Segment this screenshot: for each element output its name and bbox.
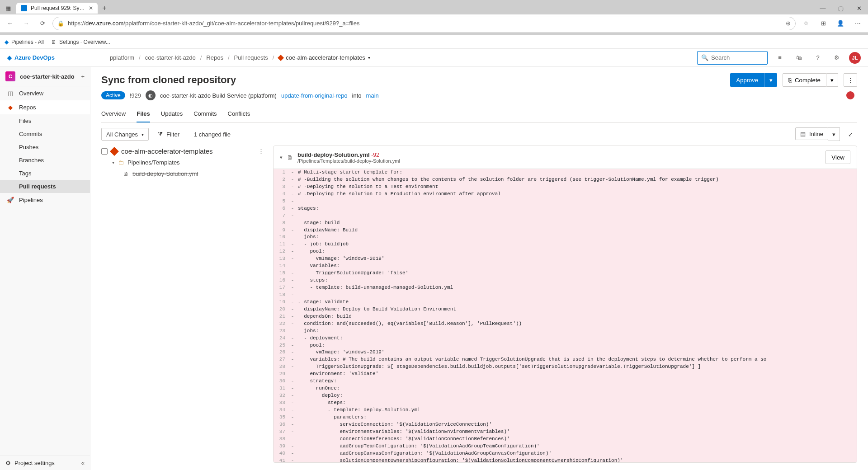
bookmarks-bar <box>0 30 868 30</box>
address-bar[interactable]: 🔒 https://dev.azure.com/pplatform/coe-st… <box>52 17 796 30</box>
doc-icon: 🗎 <box>51 39 57 45</box>
back-button[interactable]: ← <box>4 17 16 30</box>
maximize-button[interactable]: ▢ <box>832 2 850 14</box>
favicon-icon <box>21 5 27 11</box>
close-tab-icon[interactable]: ✕ <box>89 5 93 11</box>
tab-title: Pull request 929: Sync from clon... <box>31 5 85 11</box>
bookmark-settings[interactable]: 🗎 Settings · Overview... <box>51 39 110 45</box>
browser-app-icon: ▦ <box>3 3 14 14</box>
bookmark-pipelines[interactable]: ◆ Pipelines - All <box>5 39 44 45</box>
minimize-button[interactable]: — <box>814 2 832 14</box>
close-window-button[interactable]: ✕ <box>850 2 868 14</box>
forward-button[interactable]: → <box>20 17 33 30</box>
menu-icon[interactable]: ⋯ <box>851 17 864 30</box>
browser-chrome: ▦ Pull request 929: Sync from clon... ✕ … <box>0 0 868 35</box>
profile-icon[interactable]: 👤 <box>834 17 847 30</box>
new-tab-button[interactable]: + <box>99 2 110 14</box>
pipelines-icon: ◆ <box>5 39 9 45</box>
window-controls: — ▢ ✕ <box>814 2 868 14</box>
read-aloud-icon[interactable]: ⊕ <box>786 20 791 27</box>
collections-icon[interactable]: ⊞ <box>816 17 830 30</box>
lock-icon: 🔒 <box>57 20 64 27</box>
bookmarks-bar: ◆ Pipelines - All 🗎 Settings · Overview.… <box>0 35 868 49</box>
favorites-icon[interactable]: ☆ <box>799 17 813 30</box>
refresh-button[interactable]: ⟳ <box>36 17 49 30</box>
browser-tab[interactable]: Pull request 929: Sync from clon... ✕ <box>16 3 98 14</box>
url-text: https://dev.azure.com/pplatform/coe-star… <box>68 20 782 27</box>
